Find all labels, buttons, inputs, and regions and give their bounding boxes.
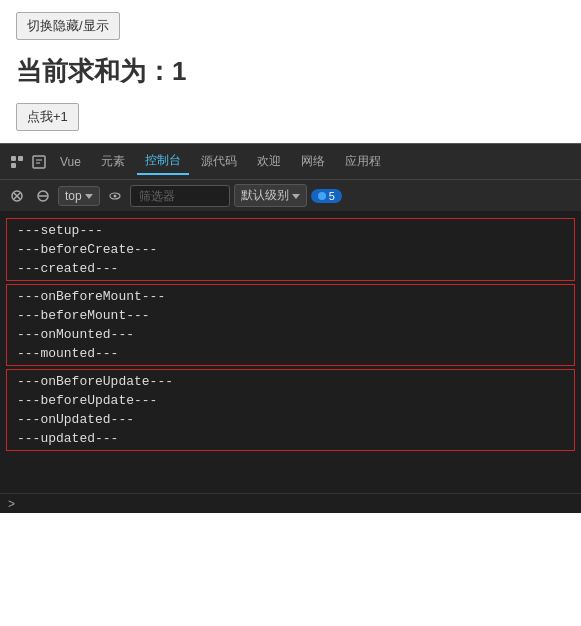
tab-vue[interactable]: Vue bbox=[52, 151, 89, 173]
tab-app[interactable]: 应用程 bbox=[337, 149, 389, 174]
console-line: ---beforeUpdate--- bbox=[7, 391, 574, 410]
badge-dot-icon bbox=[318, 192, 326, 200]
svg-marker-11 bbox=[85, 194, 93, 199]
level-dropdown[interactable]: 默认级别 bbox=[234, 184, 307, 207]
console-line: ---onBeforeUpdate--- bbox=[7, 372, 574, 391]
svg-rect-2 bbox=[11, 163, 16, 168]
context-dropdown[interactable]: top bbox=[58, 186, 100, 206]
console-group-3: ---onBeforeUpdate--- ---beforeUpdate--- … bbox=[6, 369, 575, 451]
sum-display: 当前求和为：1 bbox=[16, 54, 565, 89]
top-section: 切换隐藏/显示 当前求和为：1 点我+1 bbox=[0, 0, 581, 143]
filter-input[interactable] bbox=[130, 185, 230, 207]
devtools-icon-2[interactable] bbox=[30, 153, 48, 171]
chevron-right-icon[interactable]: > bbox=[8, 497, 15, 511]
console-group-1: ---setup--- ---beforeCreate--- ---create… bbox=[6, 218, 575, 281]
svg-marker-14 bbox=[292, 194, 300, 199]
svg-point-13 bbox=[113, 194, 116, 197]
console-bottom-bar: > bbox=[0, 493, 581, 513]
message-badge: 5 bbox=[311, 189, 342, 203]
console-line: ---onUpdated--- bbox=[7, 410, 574, 429]
tab-source[interactable]: 源代码 bbox=[193, 149, 245, 174]
clear-console-button[interactable] bbox=[6, 187, 28, 205]
console-line: ---setup--- bbox=[7, 221, 574, 240]
tab-welcome[interactable]: 欢迎 bbox=[249, 149, 289, 174]
console-output[interactable]: ---setup--- ---beforeCreate--- ---create… bbox=[0, 211, 581, 493]
tab-console[interactable]: 控制台 bbox=[137, 148, 189, 175]
console-toolbar: top 默认级别 5 bbox=[0, 179, 581, 211]
devtools-tabbar: Vue 元素 控制台 源代码 欢迎 网络 应用程 bbox=[0, 143, 581, 179]
block-button[interactable] bbox=[32, 187, 54, 205]
tab-network[interactable]: 网络 bbox=[293, 149, 333, 174]
console-line: ---onMounted--- bbox=[7, 325, 574, 344]
console-line: ---created--- bbox=[7, 259, 574, 278]
svg-rect-3 bbox=[33, 156, 45, 168]
console-line: ---beforeMount--- bbox=[7, 306, 574, 325]
devtools-panel: Vue 元素 控制台 源代码 欢迎 网络 应用程 top bbox=[0, 143, 581, 513]
svg-rect-0 bbox=[11, 156, 16, 161]
devtools-icon-1[interactable] bbox=[8, 153, 26, 171]
eye-button[interactable] bbox=[104, 187, 126, 205]
console-group-2: ---onBeforeMount--- ---beforeMount--- --… bbox=[6, 284, 575, 366]
increment-button[interactable]: 点我+1 bbox=[16, 103, 79, 131]
console-line: ---beforeCreate--- bbox=[7, 240, 574, 259]
console-line: ---onBeforeMount--- bbox=[7, 287, 574, 306]
console-line: ---mounted--- bbox=[7, 344, 574, 363]
tab-elements[interactable]: 元素 bbox=[93, 149, 133, 174]
svg-rect-1 bbox=[18, 156, 23, 161]
toggle-button[interactable]: 切换隐藏/显示 bbox=[16, 12, 120, 40]
console-line: ---updated--- bbox=[7, 429, 574, 448]
